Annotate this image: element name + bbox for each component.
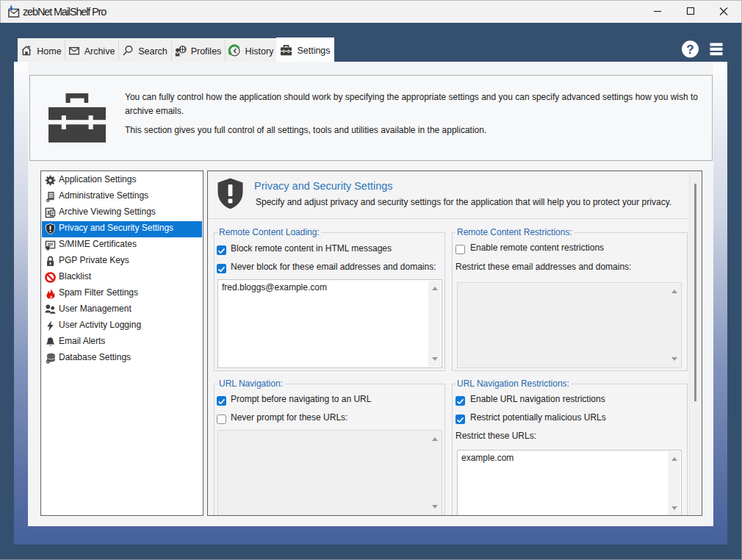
svg-text:?: ?: [686, 43, 694, 57]
